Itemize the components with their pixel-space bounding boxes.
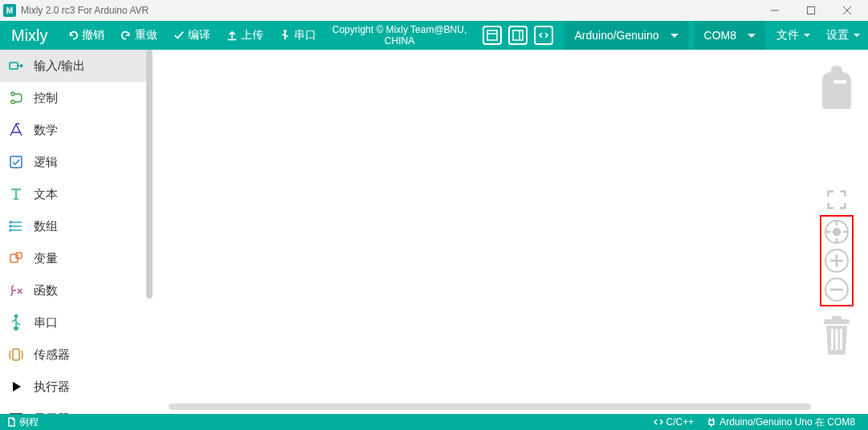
logic-icon (8, 154, 24, 170)
statusbar: 例程 C/C++ Arduino/Genuino Uno 在 COM8 (0, 414, 868, 430)
layout-button[interactable] (483, 26, 502, 45)
board-selector[interactable]: Arduino/Genuino (564, 21, 687, 50)
category-label: 控制 (34, 91, 58, 106)
svg-rect-1 (807, 7, 814, 14)
minimize-button[interactable] (756, 0, 793, 21)
toolbar: Mixly 撤销 重做 编译 上传 串口 Copyright © Mixly T… (0, 21, 868, 50)
zoom-out-button[interactable] (825, 278, 849, 302)
category-variable[interactable]: 变量 (0, 242, 153, 274)
variable-icon (8, 250, 24, 266)
svg-rect-22 (14, 327, 18, 330)
file-menu-label: 文件 (776, 28, 799, 43)
math-icon (8, 122, 24, 138)
category-sidebar: 输入/输出控制数学逻辑文本数组变量函数串口传感器执行器显示器 (0, 50, 153, 414)
svg-rect-38 (836, 329, 838, 350)
file-icon (6, 417, 16, 427)
category-logic[interactable]: 逻辑 (0, 146, 153, 178)
close-button[interactable] (829, 0, 865, 21)
display-icon (8, 411, 24, 414)
category-label: 逻辑 (34, 155, 58, 170)
svg-rect-39 (840, 329, 842, 350)
window-title: Mixly 2.0 rc3 For Arduino AVR (21, 5, 756, 16)
category-label: 输入/输出 (34, 59, 85, 74)
category-serial2[interactable]: 串口 (0, 306, 153, 339)
category-display[interactable]: 显示器 (0, 403, 153, 414)
category-label: 串口 (34, 315, 58, 331)
category-label: 显示器 (34, 412, 70, 415)
upload-button[interactable]: 上传 (218, 21, 271, 50)
settings-menu-label: 设置 (826, 28, 849, 43)
category-function[interactable]: 函数 (0, 274, 153, 306)
svg-point-4 (284, 30, 286, 32)
language-indicator[interactable]: C/C++ (647, 416, 701, 428)
redo-icon (120, 30, 132, 41)
category-label: 传感器 (34, 347, 70, 363)
upload-icon (226, 30, 238, 41)
compile-button[interactable]: 编译 (165, 21, 218, 50)
undo-icon (67, 30, 79, 41)
function-icon (8, 282, 24, 298)
example-label: 例程 (19, 416, 39, 429)
redo-label: 重做 (135, 28, 157, 43)
copyright-line2: CHINA (385, 35, 414, 47)
text-icon (8, 186, 24, 202)
sidepanel-button[interactable] (508, 26, 528, 45)
category-array[interactable]: 数组 (0, 210, 153, 242)
fullscreen-button[interactable] (826, 189, 847, 210)
language-label: C/C++ (666, 416, 695, 428)
category-control[interactable]: 控制 (0, 82, 153, 114)
svg-rect-26 (833, 80, 846, 83)
redo-button[interactable]: 重做 (112, 21, 165, 50)
svg-rect-9 (10, 63, 18, 69)
trash-button[interactable] (821, 316, 853, 355)
port-selector[interactable]: COM8 (695, 21, 765, 50)
actuator-icon (8, 379, 24, 395)
sidebar-scrollbar[interactable] (146, 50, 153, 298)
workspace[interactable] (153, 50, 868, 414)
body: 输入/输出控制数学逻辑文本数组变量函数串口传感器执行器显示器 (0, 50, 868, 414)
serial-button[interactable]: 串口 (271, 21, 324, 50)
svg-rect-23 (13, 349, 19, 360)
zoom-in-button[interactable] (825, 249, 849, 273)
svg-rect-7 (513, 30, 523, 40)
maximize-button[interactable] (793, 0, 829, 21)
svg-rect-37 (831, 329, 833, 350)
category-text[interactable]: 文本 (0, 178, 153, 210)
svg-rect-40 (709, 420, 714, 424)
undo-button[interactable]: 撤销 (59, 21, 112, 50)
svg-rect-36 (832, 316, 842, 319)
category-io[interactable]: 输入/输出 (0, 50, 153, 82)
example-button[interactable]: 例程 (6, 416, 39, 429)
settings-menu[interactable]: 设置 (818, 21, 868, 50)
zoom-controls-highlighted (820, 215, 854, 306)
board-status[interactable]: Arduino/Genuino Uno 在 COM8 (700, 416, 862, 429)
code-button[interactable] (534, 26, 553, 45)
board-selector-label: Arduino/Genuino (574, 29, 658, 42)
category-actuator[interactable]: 执行器 (0, 371, 153, 403)
undo-label: 撤销 (82, 28, 104, 43)
category-sensor[interactable]: 传感器 (0, 339, 153, 371)
plug-icon (707, 417, 716, 427)
copyright: Copyright © Mixly Team@BNU, CHINA (324, 24, 475, 47)
upload-label: 上传 (241, 28, 263, 43)
port-selector-label: COM8 (704, 29, 736, 42)
workspace-hscrollbar[interactable] (169, 404, 811, 410)
view-buttons (479, 26, 556, 45)
svg-rect-20 (16, 253, 22, 258)
category-math[interactable]: 数学 (0, 114, 153, 146)
board-status-label: Arduino/Genuino Uno 在 COM8 (719, 416, 855, 429)
svg-rect-35 (824, 319, 850, 324)
center-button[interactable] (825, 220, 849, 244)
backpack-button[interactable] (819, 66, 854, 109)
svg-point-18 (10, 229, 11, 231)
check-icon (173, 30, 185, 41)
file-menu[interactable]: 文件 (768, 21, 818, 50)
category-label: 数学 (34, 123, 58, 138)
serial-label: 串口 (294, 28, 316, 43)
svg-rect-5 (487, 30, 497, 40)
svg-point-16 (10, 221, 11, 223)
category-label: 文本 (34, 187, 58, 202)
control-icon (8, 90, 24, 106)
code-icon (654, 417, 663, 427)
copyright-line1: Copyright © Mixly Team@BNU, (332, 24, 467, 35)
